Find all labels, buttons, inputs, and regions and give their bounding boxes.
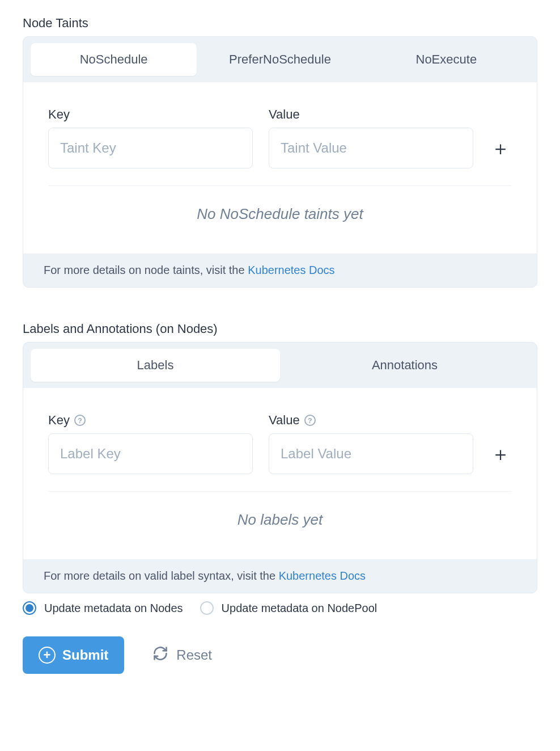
divider bbox=[48, 185, 512, 186]
add-taint-button[interactable]: ＋ bbox=[489, 137, 512, 159]
plus-icon: ＋ bbox=[491, 138, 510, 158]
labels-empty-message: No labels yet bbox=[48, 507, 512, 542]
taint-value-input[interactable] bbox=[269, 128, 473, 168]
labels-footer-text: For more details on valid label syntax, … bbox=[44, 569, 279, 582]
radio-icon bbox=[23, 601, 36, 615]
node-taints-section: Node Taints NoSchedule PreferNoSchedule … bbox=[23, 16, 537, 288]
label-value-label-text: Value bbox=[269, 413, 300, 428]
metadata-target-radios: Update metadata on Nodes Update metadata… bbox=[23, 601, 537, 615]
label-value-input[interactable] bbox=[269, 433, 473, 474]
taint-key-input[interactable] bbox=[48, 128, 253, 168]
label-value-label: Value ? bbox=[269, 413, 473, 428]
refresh-icon bbox=[152, 645, 168, 665]
form-actions: + Submit Reset bbox=[23, 636, 537, 674]
taints-tabs: NoSchedule PreferNoSchedule NoExecute bbox=[23, 37, 537, 76]
taint-field-row: Key Value ＋ bbox=[48, 107, 512, 168]
taints-empty-message: No NoSchedule taints yet bbox=[48, 201, 512, 237]
tab-noschedule[interactable]: NoSchedule bbox=[31, 43, 197, 76]
add-label-button[interactable]: ＋ bbox=[489, 442, 512, 465]
taint-key-field: Key bbox=[48, 107, 253, 168]
submit-button[interactable]: + Submit bbox=[23, 636, 124, 674]
circle-plus-icon: + bbox=[39, 647, 56, 664]
labels-title: Labels and Annotations (on Nodes) bbox=[23, 322, 537, 336]
help-icon[interactable]: ? bbox=[304, 415, 316, 426]
submit-label: Submit bbox=[62, 647, 108, 663]
label-key-field: Key ? bbox=[48, 413, 253, 474]
label-field-row: Key ? Value ? ＋ bbox=[48, 413, 512, 474]
labels-tab-body: Key ? Value ? ＋ No labels yet bbox=[23, 388, 537, 559]
radio-label: Update metadata on NodePool bbox=[222, 602, 377, 615]
label-key-label: Key ? bbox=[48, 413, 253, 428]
radio-icon bbox=[200, 601, 214, 615]
tab-annotations[interactable]: Annotations bbox=[280, 349, 529, 382]
labels-tabs: Labels Annotations bbox=[23, 343, 537, 382]
radio-update-nodepool[interactable]: Update metadata on NodePool bbox=[200, 601, 377, 615]
labels-panel: Labels Annotations Key ? Value ? bbox=[23, 342, 537, 593]
plus-icon: ＋ bbox=[491, 444, 510, 463]
taint-key-label: Key bbox=[48, 107, 253, 122]
labels-footer: For more details on valid label syntax, … bbox=[23, 559, 537, 593]
labels-annotations-section: Labels and Annotations (on Nodes) Labels… bbox=[23, 322, 537, 593]
reset-label: Reset bbox=[176, 647, 212, 663]
taint-value-label: Value bbox=[269, 107, 473, 122]
reset-button[interactable]: Reset bbox=[149, 645, 215, 665]
labels-docs-link[interactable]: Kubernetes Docs bbox=[279, 569, 366, 582]
divider bbox=[48, 491, 512, 492]
taints-footer-text: For more details on node taints, visit t… bbox=[44, 264, 248, 276]
node-taints-panel: NoSchedule PreferNoSchedule NoExecute Ke… bbox=[23, 36, 537, 288]
taints-docs-link[interactable]: Kubernetes Docs bbox=[248, 264, 334, 276]
label-key-label-text: Key bbox=[48, 413, 70, 428]
tab-noexecute[interactable]: NoExecute bbox=[363, 43, 529, 76]
label-key-input[interactable] bbox=[48, 433, 253, 474]
node-taints-title: Node Taints bbox=[23, 16, 537, 31]
tab-labels[interactable]: Labels bbox=[31, 349, 280, 382]
radio-update-nodes[interactable]: Update metadata on Nodes bbox=[23, 601, 183, 615]
tab-prefernoschedule[interactable]: PreferNoSchedule bbox=[197, 43, 363, 76]
help-icon[interactable]: ? bbox=[74, 415, 86, 426]
radio-label: Update metadata on Nodes bbox=[44, 602, 183, 615]
taints-footer: For more details on node taints, visit t… bbox=[23, 254, 537, 287]
taints-tab-body: Key Value ＋ No NoSchedule taints yet bbox=[23, 82, 537, 254]
taint-value-field: Value bbox=[269, 107, 473, 168]
label-value-field: Value ? bbox=[269, 413, 473, 474]
